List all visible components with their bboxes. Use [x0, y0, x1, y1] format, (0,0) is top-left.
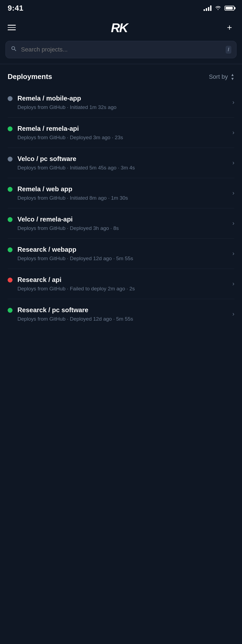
- deployment-left: Remela / web app Deploys from GitHub · I…: [8, 185, 230, 201]
- deployment-info: Researck / webapp Deploys from GitHub · …: [17, 246, 133, 262]
- status-dot: [8, 157, 13, 162]
- deployment-left: Remela / remela-api Deploys from GitHub …: [8, 125, 230, 141]
- deployment-info: Researck / api Deploys from GitHub · Fai…: [17, 276, 135, 292]
- hamburger-line-3: [8, 29, 16, 30]
- deployment-left: Researck / api Deploys from GitHub · Fai…: [8, 276, 230, 292]
- sort-by-label: Sort by: [209, 73, 228, 80]
- deployment-name: Remela / mobile-app: [17, 95, 116, 102]
- hamburger-line-2: [8, 27, 16, 28]
- chevron-right-icon: ›: [232, 250, 234, 257]
- deployment-meta: Deploys from GitHub · Deployed 3h ago · …: [17, 225, 119, 231]
- deployment-meta: Deploys from GitHub · Initiated 1m 32s a…: [17, 104, 116, 110]
- chevron-right-icon: ›: [232, 220, 234, 227]
- deployment-left: Researck / pc software Deploys from GitH…: [8, 306, 230, 322]
- deployment-left: Remela / mobile-app Deploys from GitHub …: [8, 95, 230, 110]
- deployment-item[interactable]: Researck / pc software Deploys from GitH…: [8, 299, 234, 329]
- search-icon: [11, 45, 17, 54]
- chevron-down-icon: ▼: [231, 77, 234, 81]
- deployment-left: Velco / remela-api Deploys from GitHub ·…: [8, 215, 230, 231]
- status-time: 9:41: [8, 4, 23, 13]
- status-dot: [8, 278, 13, 282]
- deployment-item[interactable]: Velco / remela-api Deploys from GitHub ·…: [8, 208, 234, 239]
- deployment-name: Researck / webapp: [17, 246, 133, 253]
- section-title: Deployments: [8, 72, 52, 81]
- chevron-right-icon: ›: [232, 311, 234, 318]
- deployment-name: Velco / pc software: [17, 155, 135, 163]
- status-dot: [8, 217, 13, 222]
- svg-text:RK: RK: [111, 21, 129, 34]
- deployment-name: Remela / web app: [17, 185, 128, 193]
- deployment-info: Velco / pc software Deploys from GitHub …: [17, 155, 135, 171]
- hamburger-line-1: [8, 25, 16, 26]
- section-header: Deployments Sort by ▲ ▼: [8, 72, 234, 81]
- deployment-name: Researck / pc software: [17, 306, 133, 314]
- status-bar: 9:41: [0, 0, 242, 15]
- deployment-item[interactable]: Remela / web app Deploys from GitHub · I…: [8, 178, 234, 208]
- status-dot: [8, 247, 13, 252]
- deployment-item[interactable]: Velco / pc software Deploys from GitHub …: [8, 148, 234, 178]
- deployment-item[interactable]: Remela / mobile-app Deploys from GitHub …: [8, 87, 234, 118]
- deployment-name: Researck / api: [17, 276, 135, 284]
- chevron-right-icon: ›: [232, 129, 234, 136]
- chevron-right-icon: ›: [232, 280, 234, 287]
- chevron-right-icon: ›: [232, 190, 234, 197]
- status-dot: [8, 187, 13, 192]
- search-input[interactable]: [21, 46, 222, 53]
- status-dot: [8, 126, 13, 131]
- status-dot: [8, 96, 13, 101]
- plus-icon: +: [227, 23, 232, 32]
- wifi-icon: [215, 5, 221, 11]
- search-slash-badge: /: [226, 46, 231, 54]
- hamburger-menu-button[interactable]: [8, 25, 16, 30]
- deployment-item[interactable]: Remela / remela-api Deploys from GitHub …: [8, 118, 234, 148]
- deployment-info: Velco / remela-api Deploys from GitHub ·…: [17, 215, 119, 231]
- deployment-meta: Deploys from GitHub · Initiated 8m ago ·…: [17, 195, 128, 201]
- signal-icon: [204, 5, 211, 11]
- deployment-left: Researck / webapp Deploys from GitHub · …: [8, 246, 230, 262]
- deployment-left: Velco / pc software Deploys from GitHub …: [8, 155, 230, 171]
- search-bar[interactable]: /: [5, 41, 237, 58]
- sort-chevrons-icon: ▲ ▼: [231, 73, 234, 81]
- sort-by-control[interactable]: Sort by ▲ ▼: [209, 73, 234, 81]
- deployment-name: Velco / remela-api: [17, 215, 119, 223]
- deployment-name: Remela / remela-api: [17, 125, 123, 132]
- app-logo: RK: [110, 21, 130, 34]
- chevron-right-icon: ›: [232, 99, 234, 106]
- deployment-meta: Deploys from GitHub · Initiated 5m 45s a…: [17, 165, 135, 171]
- deployment-item[interactable]: Researck / api Deploys from GitHub · Fai…: [8, 269, 234, 299]
- add-button[interactable]: +: [225, 23, 234, 32]
- deployment-info: Researck / pc software Deploys from GitH…: [17, 306, 133, 322]
- deployment-meta: Deploys from GitHub · Deployed 12d ago ·…: [17, 316, 133, 322]
- status-icons: [204, 5, 234, 11]
- deployment-meta: Deploys from GitHub · Failed to deploy 2…: [17, 286, 135, 292]
- status-dot: [8, 308, 13, 313]
- deployment-info: Remela / mobile-app Deploys from GitHub …: [17, 95, 116, 110]
- chevron-right-icon: ›: [232, 159, 234, 166]
- deployment-list: Remela / mobile-app Deploys from GitHub …: [8, 87, 234, 329]
- chevron-up-icon: ▲: [231, 73, 234, 77]
- deployment-info: Remela / remela-api Deploys from GitHub …: [17, 125, 123, 141]
- battery-icon: [225, 6, 234, 11]
- deployments-section: Deployments Sort by ▲ ▼ Remela / mobile-…: [0, 64, 242, 329]
- deployment-info: Remela / web app Deploys from GitHub · I…: [17, 185, 128, 201]
- deployment-meta: Deploys from GitHub · Deployed 12d ago ·…: [17, 256, 133, 262]
- search-section: /: [0, 41, 242, 64]
- header: RK +: [0, 15, 242, 41]
- deployment-item[interactable]: Researck / webapp Deploys from GitHub · …: [8, 239, 234, 269]
- deployment-meta: Deploys from GitHub · Deployed 3m ago · …: [17, 135, 123, 141]
